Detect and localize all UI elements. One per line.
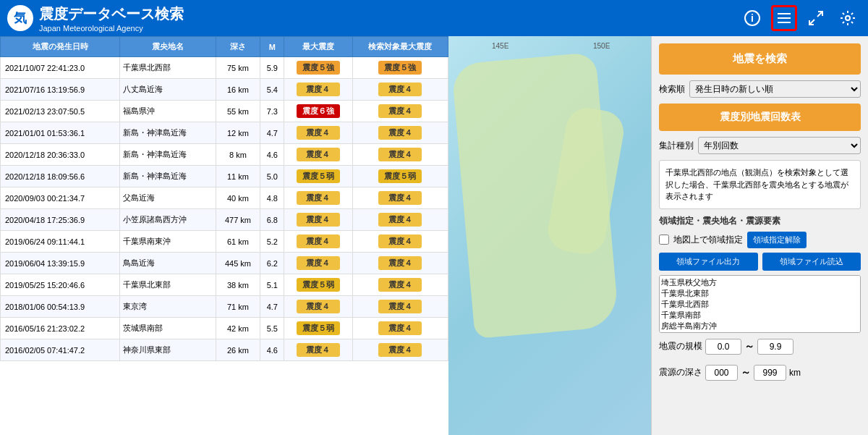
cell-target-intensity: 震度４ (352, 296, 448, 318)
search-order-select[interactable]: 発生日時の新しい順発生日時の古い順規模の大きい順 (689, 80, 861, 98)
cell-max-intensity: 震度５弱 (284, 166, 352, 187)
agg-select[interactable]: 年別回数月別回数日別回数 (698, 137, 861, 154)
cell-target-intensity: 震度４ (352, 274, 448, 296)
info-text: 千葉県北西部の地点（観測点）を検索対象として選択した場合、千葉県北西部を震央地名… (665, 168, 848, 200)
table-row[interactable]: 2021/07/16 13:19:56.9 八丈島近海 16 km 5.4 震度… (1, 79, 448, 101)
table-row[interactable]: 2016/05/16 21:23:02.2 茨城県南部 42 km 5.5 震度… (1, 318, 448, 339)
cell-depth: 40 km (216, 187, 260, 209)
cell-max-intensity: 震度４ (284, 231, 352, 253)
header-title: 震度データベース検索 (39, 4, 184, 24)
region-cancel-button[interactable]: 領域指定解除 (747, 232, 807, 248)
cell-place: 小笠原諸島西方沖 (120, 209, 216, 231)
cell-target-intensity: 震度４ (352, 144, 448, 166)
scale-row: 地震の規模 ～ (659, 339, 861, 355)
expand-button[interactable] (803, 5, 829, 31)
right-panel: 地震を検索 検索順 発生日時の新しい順発生日時の古い順規模の大きい順 震度別地震… (651, 36, 868, 435)
region-list[interactable]: 埼玉県秩父地方千葉県北東部千葉県北西部千葉県南部房総半島南方沖 (659, 275, 861, 333)
table-section: 地震の発生日時 震央地名 深さ M 最大震度 検索対象最大震度 2021/10/… (0, 36, 448, 435)
cell-max-intensity: 震度４ (284, 253, 352, 274)
table-row[interactable]: 2018/01/06 00:54:13.9 東京湾 71 km 4.7 震度４ … (1, 296, 448, 318)
cell-depth: 75 km (216, 57, 260, 79)
col-depth: 深さ (216, 37, 260, 57)
earthquake-table: 地震の発生日時 震央地名 深さ M 最大震度 検索対象最大震度 2021/10/… (0, 36, 448, 361)
header-icons: i (739, 5, 861, 31)
cell-target-intensity: 震度５弱 (352, 166, 448, 187)
cell-m: 4.6 (260, 144, 284, 166)
cell-max-intensity: 震度４ (284, 339, 352, 361)
table-row[interactable]: 2016/02/05 07:41:47.2 神奈川県東部 26 km 4.6 震… (1, 339, 448, 361)
cell-m: 6.2 (260, 253, 284, 274)
col-max-intensity: 最大震度 (284, 37, 352, 57)
cell-place: 千葉県北東部 (120, 274, 216, 296)
map-section: 145E 150E (448, 36, 651, 435)
lat-label-145: 145E (492, 42, 509, 50)
cell-depth: 55 km (216, 101, 260, 122)
cell-place: 新島・神津島近海 (120, 122, 216, 144)
cell-place: 新島・神津島近海 (120, 166, 216, 187)
depth-label: 震源の深さ (659, 366, 702, 379)
cell-target-intensity: 震度４ (352, 101, 448, 122)
cell-date: 2021/10/07 22:41:23.0 (1, 57, 120, 79)
cell-date: 2020/09/03 00:21:34.7 (1, 187, 120, 209)
table-row[interactable]: 2021/10/07 22:41:23.0 千葉県北西部 75 km 5.9 震… (1, 57, 448, 79)
scale-max-input[interactable] (757, 339, 793, 355)
region-section: 領域指定・震央地名・震源要素 地図上で領域指定 領域指定解除 領域ファイル出力 … (659, 215, 861, 333)
cell-place: 千葉県南東沖 (120, 231, 216, 253)
scale-label: 地震の規模 (659, 340, 702, 352)
cell-target-intensity: 震度４ (352, 209, 448, 231)
region-checkbox-label: 地図上で領域指定 (673, 234, 743, 246)
col-place: 震央地名 (120, 37, 216, 57)
cell-m: 4.8 (260, 187, 284, 209)
cell-max-intensity: 震度６強 (284, 101, 352, 122)
cell-date: 2020/04/18 17:25:36.9 (1, 209, 120, 231)
region-title: 領域指定・震央地名・震源要素 (659, 215, 861, 227)
cell-depth: 445 km (216, 253, 260, 274)
table-row[interactable]: 2020/12/18 18:09:56.6 新島・神津島近海 11 km 5.0… (1, 166, 448, 187)
col-date: 地震の発生日時 (1, 37, 120, 57)
cell-depth: 42 km (216, 318, 260, 339)
table-row[interactable]: 2019/05/25 15:20:46.6 千葉県北東部 38 km 5.1 震… (1, 274, 448, 296)
table-row[interactable]: 2021/01/01 01:53:36.1 新島・神津島近海 12 km 4.7… (1, 122, 448, 144)
cell-date: 2021/01/01 01:53:36.1 (1, 122, 120, 144)
table-row[interactable]: 2020/09/03 00:21:34.7 父島近海 40 km 4.8 震度４… (1, 187, 448, 209)
table-row[interactable]: 2021/02/13 23:07:50.5 福島県沖 55 km 7.3 震度６… (1, 101, 448, 122)
info-button[interactable]: i (739, 5, 765, 31)
cell-date: 2018/01/06 00:54:13.9 (1, 296, 120, 318)
cell-m: 5.2 (260, 231, 284, 253)
cell-depth: 16 km (216, 79, 260, 101)
cell-max-intensity: 震度５弱 (284, 274, 352, 296)
cell-max-intensity: 震度４ (284, 209, 352, 231)
region-checkbox[interactable] (659, 235, 669, 245)
main-layout: 地震の発生日時 震央地名 深さ M 最大震度 検索対象最大震度 2021/10/… (0, 36, 868, 435)
cell-depth: 26 km (216, 339, 260, 361)
table-row[interactable]: 2019/06/24 09:11:44.1 千葉県南東沖 61 km 5.2 震… (1, 231, 448, 253)
freq-table-button[interactable]: 震度別地震回数表 (659, 104, 861, 131)
map-background: 145E 150E (448, 36, 651, 435)
scale-min-input[interactable] (705, 339, 741, 355)
table-row[interactable]: 2020/12/18 20:36:33.0 新島・神津島近海 8 km 4.6 … (1, 144, 448, 166)
svg-rect-2 (778, 13, 791, 14)
cell-m: 5.0 (260, 166, 284, 187)
cell-target-intensity: 震度５強 (352, 57, 448, 79)
depth-min-input[interactable] (705, 365, 738, 381)
file-export-button[interactable]: 領域ファイル出力 (659, 253, 758, 271)
svg-line-5 (817, 12, 822, 17)
file-import-button[interactable]: 領域ファイル読込 (762, 253, 861, 271)
file-buttons: 領域ファイル出力 領域ファイル読込 (659, 253, 861, 271)
cell-place: 鳥島近海 (120, 253, 216, 274)
settings-button[interactable] (835, 5, 861, 31)
cell-m: 5.5 (260, 318, 284, 339)
depth-tilde: ～ (741, 366, 751, 379)
depth-max-input[interactable] (754, 365, 786, 381)
svg-text:i: i (751, 12, 754, 24)
svg-rect-3 (778, 17, 791, 19)
cell-place: 神奈川県東部 (120, 339, 216, 361)
depth-row: 震源の深さ ～ km (659, 365, 861, 381)
cell-date: 2021/02/13 23:07:50.5 (1, 101, 120, 122)
list-button[interactable] (771, 5, 797, 31)
svg-line-6 (809, 20, 814, 25)
search-button[interactable]: 地震を検索 (659, 43, 861, 75)
cell-target-intensity: 震度４ (352, 253, 448, 274)
table-row[interactable]: 2020/04/18 17:25:36.9 小笠原諸島西方沖 477 km 6.… (1, 209, 448, 231)
table-row[interactable]: 2019/06/04 13:39:15.9 鳥島近海 445 km 6.2 震度… (1, 253, 448, 274)
